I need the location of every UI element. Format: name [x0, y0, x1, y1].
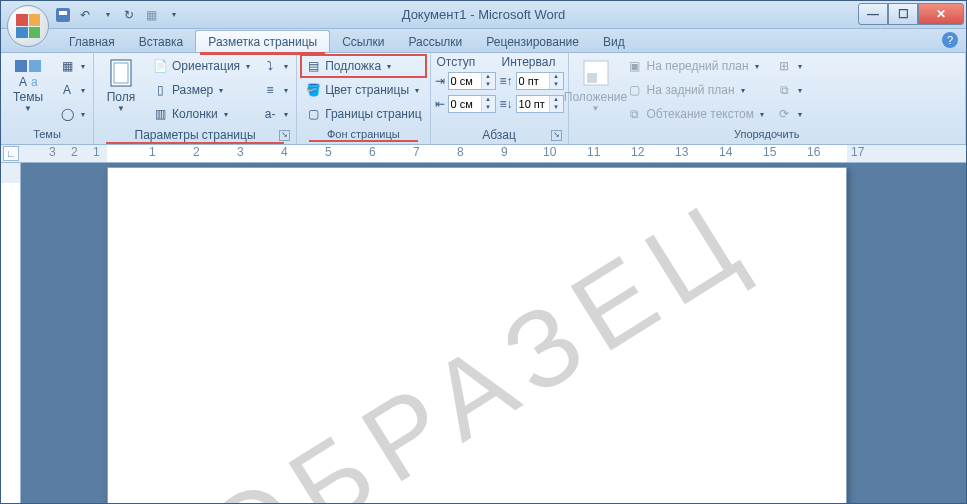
- ribbon: Aa Темы ▼ ▦ A ◯ Темы Поля ▼: [1, 53, 966, 145]
- themes-icon: Aa: [12, 57, 44, 89]
- themes-button[interactable]: Aa Темы ▼: [5, 55, 51, 116]
- group-paragraph: Отступ ⇥▲▼ ⇤▲▼ Интервал ≡↑▲▼ ≡↓▲▼ Абзац↘: [431, 53, 569, 144]
- text-wrap-button[interactable]: ⧉Обтекание текстом: [623, 103, 768, 125]
- office-button[interactable]: [7, 5, 49, 47]
- position-icon: [580, 57, 612, 89]
- breaks-button[interactable]: ⤵: [258, 55, 292, 77]
- minimize-button[interactable]: —: [858, 3, 888, 25]
- hyphen-icon: a-: [262, 106, 278, 122]
- window-controls: — ☐ ✕: [858, 3, 964, 25]
- space-before-spinner[interactable]: ▲▼: [516, 72, 564, 90]
- margins-button[interactable]: Поля ▼: [98, 55, 144, 116]
- size-icon: ▯: [152, 82, 168, 98]
- send-back-button[interactable]: ▢На задний план: [623, 79, 768, 101]
- orientation-icon: 📄: [152, 58, 168, 74]
- close-button[interactable]: ✕: [918, 3, 964, 25]
- page-color-button[interactable]: 🪣Цвет страницы: [301, 79, 425, 101]
- app-window: ↶ ↻ ▦ Документ1 - Microsoft Word — ☐ ✕ Г…: [0, 0, 967, 504]
- vertical-ruler[interactable]: [1, 163, 21, 503]
- watermark-button[interactable]: ▤Подложка: [301, 55, 425, 77]
- group-themes: Aa Темы ▼ ▦ A ◯ Темы: [1, 53, 94, 144]
- redo-icon[interactable]: ↻: [121, 7, 137, 23]
- linenum-button[interactable]: ≡: [258, 79, 292, 101]
- indent-right-spinner[interactable]: ▲▼: [448, 95, 496, 113]
- size-button[interactable]: ▯Размер: [148, 79, 254, 101]
- columns-icon: ▥: [152, 106, 168, 122]
- group-paragraph-label: Абзац↘: [435, 128, 564, 144]
- orientation-button[interactable]: 📄Ориентация: [148, 55, 254, 77]
- pagecolor-icon: 🪣: [305, 82, 321, 98]
- theme-colors-button[interactable]: ▦: [55, 55, 89, 77]
- quickprint-icon[interactable]: ▦: [143, 7, 159, 23]
- margins-icon: [105, 57, 137, 89]
- maximize-button[interactable]: ☐: [888, 3, 918, 25]
- svg-text:A: A: [19, 75, 27, 88]
- wrap-icon: ⧉: [627, 106, 643, 122]
- group-arrange: Положение ▼ ▣На передний план ▢На задний…: [569, 53, 966, 144]
- tab-home[interactable]: Главная: [57, 31, 127, 52]
- indent-heading: Отступ: [435, 55, 496, 69]
- group-button[interactable]: ⧉: [772, 79, 806, 101]
- watermark-icon: ▤: [305, 58, 321, 74]
- position-button[interactable]: Положение ▼: [573, 55, 619, 116]
- indent-left-spinner[interactable]: ▲▼: [448, 72, 496, 90]
- tab-page-layout[interactable]: Разметка страницы: [195, 30, 330, 52]
- group-background-label: Фон страницы: [301, 128, 425, 144]
- tab-mailings[interactable]: Рассылки: [396, 31, 474, 52]
- undo-icon[interactable]: ↶: [77, 7, 93, 23]
- spacing-heading: Интервал: [500, 55, 564, 69]
- tab-view[interactable]: Вид: [591, 31, 637, 52]
- group-icon: ⧉: [776, 82, 792, 98]
- hyphen-button[interactable]: a-: [258, 103, 292, 125]
- quick-access-toolbar: ↶ ↻ ▦: [55, 1, 181, 28]
- save-icon[interactable]: [55, 7, 71, 23]
- space-before-icon: ≡↑: [500, 74, 513, 88]
- title-bar: ↶ ↻ ▦ Документ1 - Microsoft Word — ☐ ✕: [1, 1, 966, 29]
- tab-review[interactable]: Рецензирование: [474, 31, 591, 52]
- group-themes-label: Темы: [5, 128, 89, 144]
- space-after-spinner[interactable]: ▲▼: [516, 95, 564, 113]
- page-borders-button[interactable]: ▢Границы страниц: [301, 103, 425, 125]
- workspace: ОБРАЗЕЦ: [1, 163, 966, 503]
- rotate-icon: ⟳: [776, 106, 792, 122]
- group-pagesetup-label: Параметры страницы↘: [98, 128, 292, 144]
- svg-rect-7: [587, 73, 597, 83]
- rotate-button[interactable]: ⟳: [772, 103, 806, 125]
- themes-label: Темы: [13, 91, 43, 104]
- front-icon: ▣: [627, 58, 643, 74]
- theme-fonts-button[interactable]: A: [55, 79, 89, 101]
- group-page-setup: Поля ▼ 📄Ориентация ▯Размер ▥Колонки ⤵ ≡ …: [94, 53, 297, 144]
- svg-rect-0: [15, 60, 27, 72]
- svg-rect-1: [29, 60, 41, 72]
- align-icon: ⊞: [776, 58, 792, 74]
- tab-references[interactable]: Ссылки: [330, 31, 396, 52]
- svg-text:a: a: [31, 75, 38, 88]
- margins-label: Поля: [107, 91, 136, 104]
- ribbon-tabs: Главная Вставка Разметка страницы Ссылки…: [1, 29, 966, 53]
- document-area[interactable]: ОБРАЗЕЦ: [21, 163, 966, 503]
- undo-dropdown[interactable]: [99, 7, 115, 23]
- align-button[interactable]: ⊞: [772, 55, 806, 77]
- paragraph-launcher[interactable]: ↘: [551, 130, 562, 141]
- effects-icon: ◯: [59, 106, 75, 122]
- back-icon: ▢: [627, 82, 643, 98]
- space-after-icon: ≡↓: [500, 97, 513, 111]
- horizontal-ruler[interactable]: ∟ 321 123 456 789 101112 131415 1617: [1, 145, 966, 163]
- bring-front-button[interactable]: ▣На передний план: [623, 55, 768, 77]
- document-page[interactable]: ОБРАЗЕЦ: [107, 167, 847, 503]
- group-page-background: ▤Подложка 🪣Цвет страницы ▢Границы страни…: [297, 53, 430, 144]
- borders-icon: ▢: [305, 106, 321, 122]
- indent-left-icon: ⇥: [435, 74, 445, 88]
- breaks-icon: ⤵: [262, 58, 278, 74]
- group-arrange-label: Упорядочить: [573, 128, 961, 144]
- theme-effects-button[interactable]: ◯: [55, 103, 89, 125]
- columns-button[interactable]: ▥Колонки: [148, 103, 254, 125]
- qat-customize-dropdown[interactable]: [165, 7, 181, 23]
- fonts-icon: A: [59, 82, 75, 98]
- colors-icon: ▦: [59, 58, 75, 74]
- pagesetup-launcher[interactable]: ↘: [279, 130, 290, 141]
- tab-insert[interactable]: Вставка: [127, 31, 196, 52]
- help-icon[interactable]: ?: [942, 32, 958, 48]
- tab-selector[interactable]: ∟: [3, 146, 19, 161]
- watermark-text: ОБРАЗЕЦ: [183, 172, 772, 503]
